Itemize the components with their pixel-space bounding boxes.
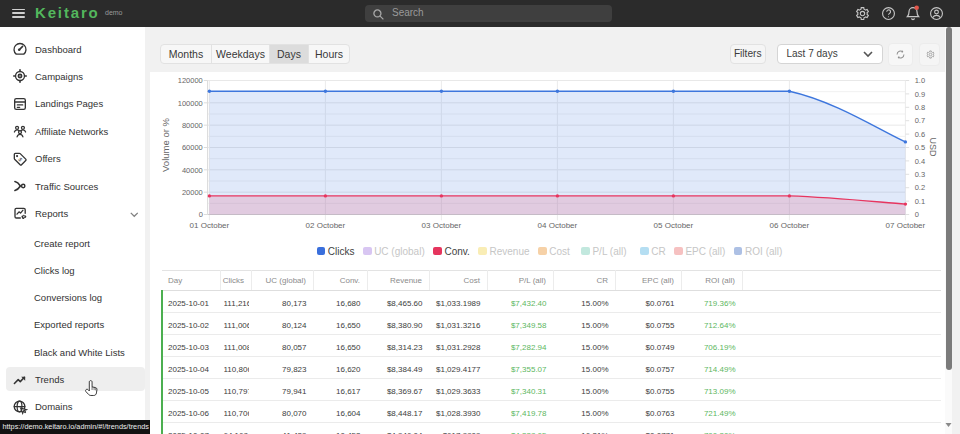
svg-text:0: 0	[199, 210, 203, 219]
svg-text:01 October: 01 October	[190, 221, 230, 230]
svg-text:1.0: 1.0	[915, 76, 925, 85]
svg-text:120000: 120000	[178, 76, 203, 85]
svg-text:40000: 40000	[182, 166, 203, 175]
svg-text:03 October: 03 October	[422, 221, 462, 230]
svg-text:0.7: 0.7	[915, 116, 925, 125]
svg-text:05 October: 05 October	[654, 221, 694, 230]
svg-text:04 October: 04 October	[538, 221, 578, 230]
svg-text:0.1: 0.1	[915, 197, 925, 206]
svg-text:20000: 20000	[182, 188, 203, 197]
svg-text:02 October: 02 October	[306, 221, 346, 230]
svg-text:USD: USD	[928, 137, 938, 157]
svg-text:0.5: 0.5	[915, 143, 925, 152]
svg-text:0.2: 0.2	[915, 183, 925, 192]
svg-text:80000: 80000	[182, 121, 203, 130]
svg-text:0.9: 0.9	[915, 90, 925, 99]
svg-text:0.6: 0.6	[915, 130, 925, 139]
svg-text:Volume or %: Volume or %	[160, 118, 171, 172]
svg-text:07 October: 07 October	[886, 221, 926, 230]
svg-text:0.8: 0.8	[915, 103, 925, 112]
svg-text:100000: 100000	[178, 99, 203, 108]
svg-text:06 October: 06 October	[770, 221, 810, 230]
svg-text:0.4: 0.4	[915, 157, 925, 166]
svg-text:0.3: 0.3	[915, 170, 925, 179]
svg-text:0: 0	[915, 210, 919, 219]
svg-text:$: $	[17, 156, 23, 162]
svg-text:60000: 60000	[182, 143, 203, 152]
